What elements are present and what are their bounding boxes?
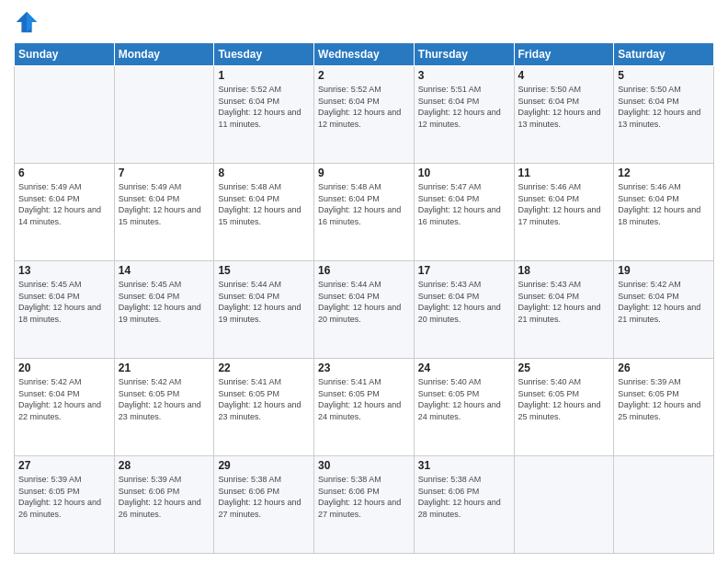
week-row-4: 20 Sunrise: 5:42 AMSunset: 6:04 PMDaylig… xyxy=(15,359,714,456)
day-info: Sunrise: 5:39 AMSunset: 6:05 PMDaylight:… xyxy=(618,377,700,421)
calendar-cell: 6 Sunrise: 5:49 AMSunset: 6:04 PMDayligh… xyxy=(15,164,115,261)
calendar-cell: 12 Sunrise: 5:46 AMSunset: 6:04 PMDaylig… xyxy=(614,164,714,261)
day-info: Sunrise: 5:52 AMSunset: 6:04 PMDaylight:… xyxy=(318,85,401,129)
weekday-header-friday: Friday xyxy=(514,43,614,66)
calendar-cell: 23 Sunrise: 5:41 AMSunset: 6:05 PMDaylig… xyxy=(314,359,415,456)
day-info: Sunrise: 5:43 AMSunset: 6:04 PMDaylight:… xyxy=(518,280,601,324)
weekday-header-row: SundayMondayTuesdayWednesdayThursdayFrid… xyxy=(15,43,714,66)
logo xyxy=(14,9,43,35)
calendar-cell: 5 Sunrise: 5:50 AMSunset: 6:04 PMDayligh… xyxy=(614,66,714,164)
calendar-cell xyxy=(114,66,214,164)
calendar-cell: 16 Sunrise: 5:44 AMSunset: 6:04 PMDaylig… xyxy=(314,261,415,359)
day-number: 21 xyxy=(119,362,210,374)
day-number: 11 xyxy=(518,167,610,179)
day-info: Sunrise: 5:40 AMSunset: 6:05 PMDaylight:… xyxy=(518,377,601,421)
day-info: Sunrise: 5:50 AMSunset: 6:04 PMDaylight:… xyxy=(618,85,700,129)
weekday-header-saturday: Saturday xyxy=(614,43,714,66)
day-info: Sunrise: 5:48 AMSunset: 6:04 PMDaylight:… xyxy=(218,182,301,226)
day-info: Sunrise: 5:52 AMSunset: 6:04 PMDaylight:… xyxy=(218,85,301,129)
day-info: Sunrise: 5:45 AMSunset: 6:04 PMDaylight:… xyxy=(18,280,101,324)
day-info: Sunrise: 5:51 AMSunset: 6:04 PMDaylight:… xyxy=(418,85,501,129)
day-info: Sunrise: 5:49 AMSunset: 6:04 PMDaylight:… xyxy=(18,182,101,226)
day-number: 14 xyxy=(119,264,210,277)
calendar-cell xyxy=(514,456,614,554)
day-number: 20 xyxy=(18,362,110,374)
day-info: Sunrise: 5:46 AMSunset: 6:04 PMDaylight:… xyxy=(618,182,700,226)
calendar-cell xyxy=(614,456,714,554)
day-info: Sunrise: 5:50 AMSunset: 6:04 PMDaylight:… xyxy=(518,85,601,129)
day-number: 8 xyxy=(218,167,310,179)
day-number: 24 xyxy=(418,362,510,374)
calendar-cell: 8 Sunrise: 5:48 AMSunset: 6:04 PMDayligh… xyxy=(214,164,314,261)
day-number: 15 xyxy=(218,264,310,277)
calendar-cell: 7 Sunrise: 5:49 AMSunset: 6:04 PMDayligh… xyxy=(114,164,214,261)
day-info: Sunrise: 5:38 AMSunset: 6:06 PMDaylight:… xyxy=(318,475,401,519)
calendar-cell: 20 Sunrise: 5:42 AMSunset: 6:04 PMDaylig… xyxy=(15,359,115,456)
weekday-header-thursday: Thursday xyxy=(414,43,514,66)
day-number: 4 xyxy=(518,69,610,82)
day-number: 10 xyxy=(418,167,510,179)
calendar-cell: 14 Sunrise: 5:45 AMSunset: 6:04 PMDaylig… xyxy=(114,261,214,359)
day-info: Sunrise: 5:47 AMSunset: 6:04 PMDaylight:… xyxy=(418,182,501,226)
calendar-cell: 3 Sunrise: 5:51 AMSunset: 6:04 PMDayligh… xyxy=(414,66,514,164)
day-info: Sunrise: 5:43 AMSunset: 6:04 PMDaylight:… xyxy=(418,280,501,324)
day-number: 30 xyxy=(318,459,410,472)
calendar-cell: 21 Sunrise: 5:42 AMSunset: 6:05 PMDaylig… xyxy=(114,359,214,456)
day-number: 28 xyxy=(119,459,210,472)
day-info: Sunrise: 5:45 AMSunset: 6:04 PMDaylight:… xyxy=(119,280,201,324)
calendar-cell: 28 Sunrise: 5:39 AMSunset: 6:06 PMDaylig… xyxy=(114,456,214,554)
day-info: Sunrise: 5:39 AMSunset: 6:05 PMDaylight:… xyxy=(18,475,101,519)
calendar-cell: 27 Sunrise: 5:39 AMSunset: 6:05 PMDaylig… xyxy=(15,456,115,554)
day-info: Sunrise: 5:48 AMSunset: 6:04 PMDaylight:… xyxy=(318,182,401,226)
day-number: 22 xyxy=(218,362,310,374)
calendar-cell: 18 Sunrise: 5:43 AMSunset: 6:04 PMDaylig… xyxy=(514,261,614,359)
calendar-cell: 25 Sunrise: 5:40 AMSunset: 6:05 PMDaylig… xyxy=(514,359,614,456)
day-info: Sunrise: 5:38 AMSunset: 6:06 PMDaylight:… xyxy=(218,475,301,519)
day-info: Sunrise: 5:42 AMSunset: 6:04 PMDaylight:… xyxy=(18,377,101,421)
calendar-cell: 9 Sunrise: 5:48 AMSunset: 6:04 PMDayligh… xyxy=(314,164,415,261)
day-number: 2 xyxy=(318,69,410,82)
day-number: 29 xyxy=(218,459,310,472)
calendar-cell: 31 Sunrise: 5:38 AMSunset: 6:06 PMDaylig… xyxy=(414,456,514,554)
calendar-cell: 22 Sunrise: 5:41 AMSunset: 6:05 PMDaylig… xyxy=(214,359,314,456)
calendar-cell xyxy=(15,66,115,164)
week-row-2: 6 Sunrise: 5:49 AMSunset: 6:04 PMDayligh… xyxy=(15,164,714,261)
day-number: 31 xyxy=(418,459,510,472)
weekday-header-tuesday: Tuesday xyxy=(214,43,314,66)
calendar-cell: 29 Sunrise: 5:38 AMSunset: 6:06 PMDaylig… xyxy=(214,456,314,554)
day-info: Sunrise: 5:42 AMSunset: 6:05 PMDaylight:… xyxy=(119,377,201,421)
calendar-cell: 17 Sunrise: 5:43 AMSunset: 6:04 PMDaylig… xyxy=(414,261,514,359)
day-number: 19 xyxy=(618,264,710,277)
day-info: Sunrise: 5:41 AMSunset: 6:05 PMDaylight:… xyxy=(218,377,301,421)
calendar-cell: 10 Sunrise: 5:47 AMSunset: 6:04 PMDaylig… xyxy=(414,164,514,261)
day-info: Sunrise: 5:44 AMSunset: 6:04 PMDaylight:… xyxy=(218,280,301,324)
day-number: 3 xyxy=(418,69,510,82)
calendar-cell: 30 Sunrise: 5:38 AMSunset: 6:06 PMDaylig… xyxy=(314,456,415,554)
day-info: Sunrise: 5:38 AMSunset: 6:06 PMDaylight:… xyxy=(418,475,501,519)
day-number: 17 xyxy=(418,264,510,277)
day-number: 16 xyxy=(318,264,410,277)
page: SundayMondayTuesdayWednesdayThursdayFrid… xyxy=(0,0,728,563)
calendar-cell: 24 Sunrise: 5:40 AMSunset: 6:05 PMDaylig… xyxy=(414,359,514,456)
day-info: Sunrise: 5:42 AMSunset: 6:04 PMDaylight:… xyxy=(618,280,700,324)
logo-icon xyxy=(14,9,40,35)
weekday-header-sunday: Sunday xyxy=(15,43,115,66)
day-number: 25 xyxy=(518,362,610,374)
day-info: Sunrise: 5:49 AMSunset: 6:04 PMDaylight:… xyxy=(119,182,201,226)
calendar-cell: 13 Sunrise: 5:45 AMSunset: 6:04 PMDaylig… xyxy=(15,261,115,359)
calendar-cell: 26 Sunrise: 5:39 AMSunset: 6:05 PMDaylig… xyxy=(614,359,714,456)
weekday-header-monday: Monday xyxy=(114,43,214,66)
week-row-5: 27 Sunrise: 5:39 AMSunset: 6:05 PMDaylig… xyxy=(15,456,714,554)
day-number: 6 xyxy=(18,167,110,179)
header xyxy=(14,9,714,35)
day-info: Sunrise: 5:41 AMSunset: 6:05 PMDaylight:… xyxy=(318,377,401,421)
day-info: Sunrise: 5:46 AMSunset: 6:04 PMDaylight:… xyxy=(518,182,601,226)
calendar-cell: 4 Sunrise: 5:50 AMSunset: 6:04 PMDayligh… xyxy=(514,66,614,164)
day-info: Sunrise: 5:40 AMSunset: 6:05 PMDaylight:… xyxy=(418,377,501,421)
calendar-cell: 15 Sunrise: 5:44 AMSunset: 6:04 PMDaylig… xyxy=(214,261,314,359)
week-row-3: 13 Sunrise: 5:45 AMSunset: 6:04 PMDaylig… xyxy=(15,261,714,359)
week-row-1: 1 Sunrise: 5:52 AMSunset: 6:04 PMDayligh… xyxy=(15,66,714,164)
day-number: 1 xyxy=(218,69,310,82)
weekday-header-wednesday: Wednesday xyxy=(314,43,415,66)
day-number: 26 xyxy=(618,362,710,374)
